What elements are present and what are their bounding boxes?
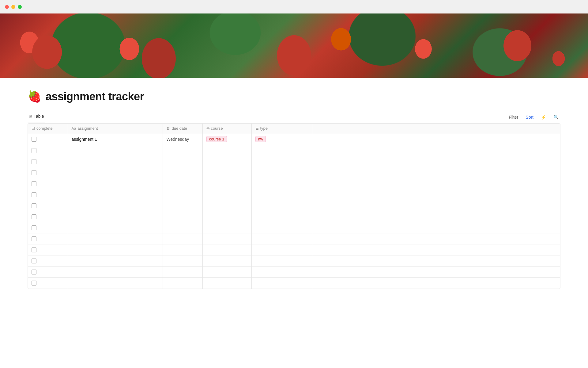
cell-course[interactable] bbox=[202, 278, 251, 289]
table-row bbox=[28, 200, 560, 211]
cell-duedate[interactable] bbox=[163, 222, 202, 233]
cell-assignment[interactable] bbox=[68, 244, 163, 255]
cell-duedate[interactable]: Wednesday bbox=[163, 133, 202, 145]
col-header-type[interactable]: ☰ type bbox=[251, 124, 313, 133]
title-bar bbox=[0, 0, 588, 13]
complete-col-icon: ☑ bbox=[32, 126, 35, 131]
col-header-duedate[interactable]: 🗓 due date bbox=[163, 124, 202, 133]
row-checkbox[interactable] bbox=[32, 214, 36, 219]
filter-button[interactable]: Filter bbox=[507, 113, 520, 121]
row-checkbox[interactable] bbox=[32, 181, 36, 186]
cell-course[interactable] bbox=[202, 233, 251, 244]
col-header-course[interactable]: ◎ course bbox=[202, 124, 251, 133]
row-checkbox[interactable] bbox=[32, 281, 36, 286]
cell-course[interactable]: course 1 bbox=[202, 133, 251, 145]
cell-complete bbox=[28, 278, 68, 289]
cell-course[interactable] bbox=[202, 145, 251, 156]
cell-extra bbox=[313, 178, 560, 189]
cell-course[interactable] bbox=[202, 211, 251, 222]
row-checkbox[interactable] bbox=[32, 203, 36, 208]
row-checkbox[interactable] bbox=[32, 170, 36, 175]
cell-type[interactable] bbox=[251, 178, 313, 189]
table-icon: ⊞ bbox=[29, 114, 32, 118]
cell-assignment[interactable] bbox=[68, 145, 163, 156]
col-header-extra bbox=[313, 124, 560, 133]
cell-duedate[interactable] bbox=[163, 278, 202, 289]
cell-course[interactable] bbox=[202, 178, 251, 189]
cell-complete bbox=[28, 167, 68, 178]
cell-duedate[interactable] bbox=[163, 211, 202, 222]
cell-extra bbox=[313, 244, 560, 255]
table-row bbox=[28, 211, 560, 222]
cell-assignment[interactable] bbox=[68, 266, 163, 278]
cell-course[interactable] bbox=[202, 200, 251, 211]
cell-assignment[interactable] bbox=[68, 189, 163, 200]
cell-type[interactable] bbox=[251, 222, 313, 233]
cell-type[interactable] bbox=[251, 266, 313, 278]
cell-duedate[interactable] bbox=[163, 266, 202, 278]
table-row bbox=[28, 156, 560, 167]
lightning-button[interactable]: ⚡ bbox=[539, 113, 548, 121]
cell-type[interactable]: hw bbox=[251, 133, 313, 145]
cell-course[interactable] bbox=[202, 222, 251, 233]
cell-assignment[interactable] bbox=[68, 278, 163, 289]
cell-duedate[interactable] bbox=[163, 145, 202, 156]
cell-assignment[interactable] bbox=[68, 200, 163, 211]
cell-assignment[interactable] bbox=[68, 156, 163, 167]
cell-type[interactable] bbox=[251, 145, 313, 156]
cell-type[interactable] bbox=[251, 156, 313, 167]
cell-duedate[interactable] bbox=[163, 178, 202, 189]
cell-duedate[interactable] bbox=[163, 255, 202, 266]
cell-type[interactable] bbox=[251, 211, 313, 222]
minimize-button[interactable] bbox=[11, 5, 15, 9]
sort-button[interactable]: Sort bbox=[524, 113, 535, 121]
cell-type[interactable] bbox=[251, 278, 313, 289]
row-checkbox[interactable] bbox=[32, 137, 36, 142]
cell-course[interactable] bbox=[202, 255, 251, 266]
cell-type[interactable] bbox=[251, 233, 313, 244]
col-header-assignment[interactable]: Aa assignment bbox=[68, 124, 163, 133]
cell-type[interactable] bbox=[251, 189, 313, 200]
cell-course[interactable] bbox=[202, 244, 251, 255]
cell-type[interactable] bbox=[251, 200, 313, 211]
page-emoji: 🍓 bbox=[28, 91, 41, 102]
row-checkbox[interactable] bbox=[32, 148, 36, 153]
row-checkbox[interactable] bbox=[32, 247, 36, 252]
cell-duedate[interactable] bbox=[163, 189, 202, 200]
cell-assignment[interactable] bbox=[68, 167, 163, 178]
cell-type[interactable] bbox=[251, 255, 313, 266]
tab-table[interactable]: ⊞ Table bbox=[28, 111, 45, 122]
cell-assignment[interactable]: assignment 1 bbox=[68, 133, 163, 145]
cell-course[interactable] bbox=[202, 266, 251, 278]
cell-type[interactable] bbox=[251, 244, 313, 255]
cell-assignment[interactable] bbox=[68, 178, 163, 189]
cell-duedate[interactable] bbox=[163, 233, 202, 244]
table-row bbox=[28, 255, 560, 266]
row-checkbox[interactable] bbox=[32, 270, 36, 274]
row-checkbox[interactable] bbox=[32, 259, 36, 263]
row-checkbox[interactable] bbox=[32, 225, 36, 230]
cell-assignment[interactable] bbox=[68, 233, 163, 244]
cell-duedate[interactable] bbox=[163, 244, 202, 255]
col-header-complete[interactable]: ☑ complete bbox=[28, 124, 68, 133]
search-button[interactable]: 🔍 bbox=[552, 113, 560, 121]
cell-course[interactable] bbox=[202, 167, 251, 178]
cell-duedate[interactable] bbox=[163, 200, 202, 211]
row-checkbox[interactable] bbox=[32, 159, 36, 164]
cell-assignment[interactable] bbox=[68, 255, 163, 266]
cell-course[interactable] bbox=[202, 156, 251, 167]
cell-duedate[interactable] bbox=[163, 167, 202, 178]
maximize-button[interactable] bbox=[18, 5, 22, 9]
cell-duedate[interactable] bbox=[163, 156, 202, 167]
row-checkbox[interactable] bbox=[32, 192, 36, 197]
cell-type[interactable] bbox=[251, 167, 313, 178]
row-checkbox[interactable] bbox=[32, 236, 36, 241]
cell-complete bbox=[28, 266, 68, 278]
cell-course[interactable] bbox=[202, 189, 251, 200]
table-row bbox=[28, 244, 560, 255]
cell-assignment[interactable] bbox=[68, 222, 163, 233]
course-tag: course 1 bbox=[206, 136, 227, 142]
cell-assignment[interactable] bbox=[68, 211, 163, 222]
close-button[interactable] bbox=[5, 5, 9, 9]
table-header-row: ☑ complete Aa assignment 🗓 due da bbox=[28, 124, 560, 133]
